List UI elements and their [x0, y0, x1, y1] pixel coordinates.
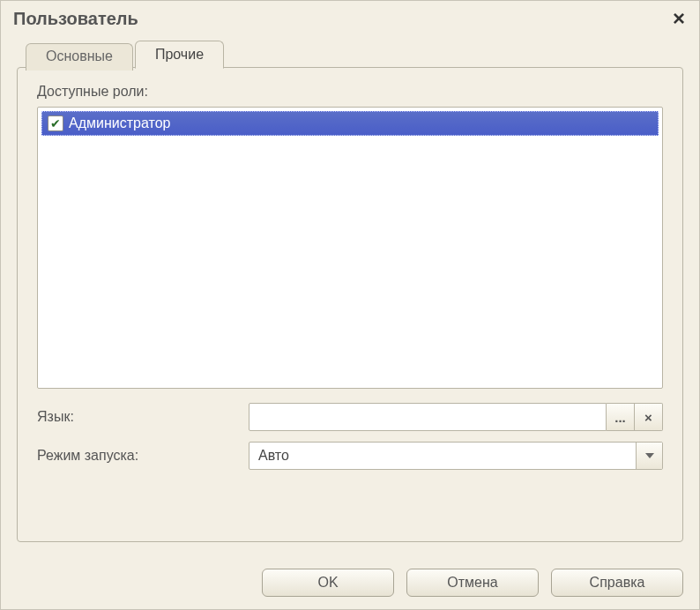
help-button[interactable]: Справка — [551, 569, 683, 597]
tab-main[interactable]: Основные — [26, 43, 133, 71]
language-browse-button[interactable]: ... — [607, 403, 635, 431]
titlebar: Пользователь × — [1, 1, 699, 40]
launch-mode-dropdown[interactable]: Авто — [249, 442, 663, 470]
button-bar: OK Отмена Справка — [1, 556, 699, 609]
language-input[interactable] — [249, 403, 607, 431]
roles-label: Доступные роли: — [37, 84, 663, 100]
roles-list[interactable]: ✔ Администратор — [37, 107, 663, 389]
language-row: Язык: ... × — [37, 403, 663, 431]
language-clear-button[interactable]: × — [635, 403, 663, 431]
launch-mode-value: Авто — [249, 443, 636, 469]
language-label: Язык: — [37, 409, 249, 425]
window-title: Пользователь — [13, 9, 138, 29]
language-input-group: ... × — [249, 403, 663, 431]
user-dialog-window: Пользователь × Основные Прочие Доступные… — [0, 0, 700, 610]
tab-other[interactable]: Прочие — [135, 41, 224, 69]
chevron-down-icon[interactable] — [636, 443, 662, 469]
ok-button[interactable]: OK — [262, 569, 394, 597]
cancel-button[interactable]: Отмена — [406, 569, 539, 597]
launch-mode-row: Режим запуска: Авто — [37, 442, 663, 470]
content-area: Основные Прочие Доступные роли: ✔ Админи… — [1, 40, 699, 556]
tab-strip: Основные Прочие — [26, 41, 683, 68]
role-item-administrator[interactable]: ✔ Администратор — [41, 111, 659, 136]
checkbox-icon[interactable]: ✔ — [48, 115, 63, 131]
launch-mode-label: Режим запуска: — [37, 448, 249, 464]
tab-panel-other: Доступные роли: ✔ Администратор Язык: ..… — [17, 67, 683, 542]
role-item-label: Администратор — [69, 115, 170, 131]
close-icon[interactable]: × — [669, 6, 689, 31]
